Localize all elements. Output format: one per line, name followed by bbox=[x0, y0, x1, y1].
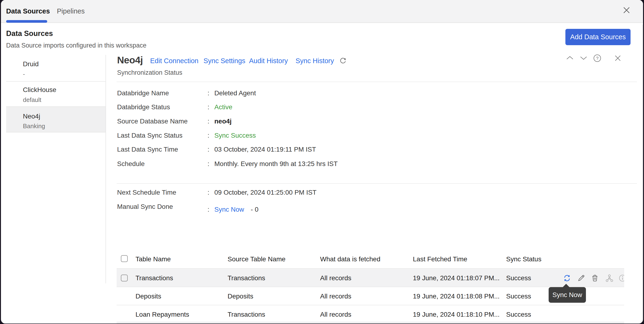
column-header-last-fetched-time: Last Fetched Time bbox=[413, 255, 467, 263]
field-colon: : bbox=[208, 132, 210, 139]
field-label: Source Database Name bbox=[117, 117, 188, 125]
add-data-sources-button[interactable]: Add Data Sources bbox=[566, 29, 630, 45]
datasource-subtitle: - bbox=[23, 70, 25, 78]
sidebar-item-druid[interactable]: Druid- bbox=[6, 56, 106, 81]
datasource-subtitle: default bbox=[23, 96, 41, 104]
cell-source-table-name: Transactions bbox=[228, 311, 265, 318]
tooltip-caret bbox=[562, 284, 570, 287]
row-checkbox[interactable] bbox=[121, 275, 128, 281]
field-colon: : bbox=[208, 189, 210, 196]
datasource-title: Neo4j bbox=[117, 55, 143, 66]
link-sync-history[interactable]: Sync History bbox=[296, 57, 334, 65]
sync-count: - 0 bbox=[251, 206, 258, 213]
field-label: Databridge Name bbox=[117, 89, 169, 97]
section-divider bbox=[116, 82, 637, 82]
field-colon: : bbox=[208, 89, 210, 97]
sidebar-item-clickhouse[interactable]: ClickHousedefault bbox=[6, 81, 106, 106]
field-label: Last Data Sync Status bbox=[117, 132, 182, 139]
table-header-row: Table NameSource Table NameWhat data is … bbox=[116, 248, 624, 268]
column-header-source-table-name: Source Table Name bbox=[228, 255, 286, 263]
close-icon[interactable] bbox=[623, 7, 630, 14]
section-label: Synchronization Status bbox=[117, 69, 182, 76]
table-row-loan-repayments[interactable]: Loan RepaymentsTransactionsAll records19… bbox=[116, 305, 624, 323]
tab-pipelines[interactable]: Pipelines bbox=[57, 0, 85, 23]
cell-sync-status: Success bbox=[506, 274, 531, 282]
link-audit-history[interactable]: Audit History bbox=[249, 57, 288, 65]
cell-last-fetched-time: 19 June, 2024 01:18:10 PM... bbox=[413, 311, 500, 318]
cell-source-table-name: Transactions bbox=[228, 274, 265, 282]
tooltip-label: Sync Now bbox=[552, 291, 582, 299]
field-value: 09 October, 2024 01:25:00 PM IST bbox=[214, 189, 316, 196]
field-label: Schedule bbox=[117, 160, 145, 168]
chevron-up-icon[interactable] bbox=[566, 54, 574, 62]
delete-icon[interactable] bbox=[591, 274, 599, 282]
field-databridge-name: Databridge Name:Deleted Agent bbox=[117, 89, 495, 99]
field-last-data-sync-status: Last Data Sync Status:Sync Success bbox=[117, 132, 495, 141]
table-row-deposits[interactable]: DepositsDepositsAll records19 June, 2024… bbox=[116, 287, 624, 305]
column-header-sync-status: Sync Status bbox=[506, 255, 541, 263]
tables-grid: Table NameSource Table NameWhat data is … bbox=[116, 248, 624, 323]
field-value: Sync Now- 0 bbox=[214, 206, 258, 213]
datasource-subtitle: Banking bbox=[23, 122, 45, 130]
field-colon: : bbox=[208, 206, 210, 213]
cell-last-fetched-time: 19 June, 2024 01:18:07 PM... bbox=[413, 274, 500, 282]
field-colon: : bbox=[208, 117, 210, 125]
field-value: Deleted Agent bbox=[214, 89, 256, 97]
sync-now-link[interactable]: Sync Now bbox=[214, 206, 244, 213]
field-value: Monthly. Every month 9th at 13:25 hrs IS… bbox=[214, 160, 338, 168]
cell-what-data-is-fetched: All records bbox=[320, 274, 351, 282]
refresh-icon[interactable] bbox=[339, 57, 346, 65]
cell-sync-status: Success bbox=[506, 311, 531, 318]
cell-table-name: Deposits bbox=[136, 292, 161, 300]
field-value: Sync Success bbox=[214, 132, 256, 139]
tab-data-sources[interactable]: Data Sources bbox=[6, 0, 50, 23]
field-source-database-name: Source Database Name:neo4j bbox=[117, 117, 495, 127]
datasource-name: Neo4j bbox=[23, 113, 40, 120]
tab-bar: Data Sources Pipelines bbox=[1, 0, 643, 23]
field-label: Manual Sync Done bbox=[117, 203, 173, 211]
svg-text:?: ? bbox=[596, 56, 599, 61]
page-subtitle: Data Source imports configured in this w… bbox=[6, 42, 146, 49]
datasource-name: ClickHouse bbox=[23, 86, 56, 94]
edit-icon[interactable] bbox=[578, 274, 585, 282]
scrollbar[interactable] bbox=[642, 25, 643, 321]
sync-now-tooltip: Sync Now bbox=[549, 287, 586, 303]
field-value: 03 October, 2024 01:19:11 PM IST bbox=[214, 146, 316, 153]
field-label: Databridge Status bbox=[117, 103, 170, 111]
info-icon[interactable] bbox=[619, 274, 624, 282]
cell-last-fetched-time: 19 June, 2024 01:18:08 PM... bbox=[413, 292, 500, 300]
data-sources-dialog: Data Sources Pipelines Data Sources Data… bbox=[1, 0, 643, 323]
field-colon: : bbox=[208, 146, 210, 153]
select-all-checkbox[interactable] bbox=[121, 255, 128, 262]
schema-icon[interactable] bbox=[606, 274, 613, 282]
table-row-transactions[interactable]: TransactionsTransactionsAll records19 Ju… bbox=[116, 268, 624, 287]
link-sync-settings[interactable]: Sync Settings bbox=[204, 57, 245, 65]
field-value: neo4j bbox=[214, 117, 232, 125]
field-last-data-sync-time: Last Data Sync Time:03 October, 2024 01:… bbox=[117, 146, 495, 155]
datasource-name: Druid bbox=[23, 60, 39, 68]
link-edit-connection[interactable]: Edit Connection bbox=[150, 57, 198, 65]
field-label: Last Data Sync Time bbox=[117, 146, 178, 153]
column-header-what-data-is-fetched: What data is fetched bbox=[320, 255, 380, 263]
cell-source-table-name: Deposits bbox=[228, 292, 253, 300]
field-databridge-status: Databridge Status:Active bbox=[117, 103, 495, 113]
help-icon[interactable]: ? bbox=[593, 54, 601, 62]
cell-what-data-is-fetched: All records bbox=[320, 292, 351, 300]
cell-what-data-is-fetched: All records bbox=[320, 311, 351, 318]
field-colon: : bbox=[208, 160, 210, 168]
cell-table-name: Loan Repayments bbox=[136, 311, 189, 318]
sync-icon[interactable] bbox=[563, 274, 571, 282]
sidebar-item-neo4j[interactable]: Neo4jBanking bbox=[6, 106, 106, 132]
page-title: Data Sources bbox=[6, 29, 53, 38]
close-panel-icon[interactable] bbox=[614, 54, 622, 62]
field-schedule: Schedule:Monthly. Every month 9th at 13:… bbox=[117, 160, 495, 170]
cell-table-name: Transactions bbox=[136, 274, 173, 282]
chevron-down-icon[interactable] bbox=[580, 54, 588, 62]
field-next-schedule-time: Next Schedule Time:09 October, 2024 01:2… bbox=[117, 189, 495, 198]
cell-sync-status: Success bbox=[506, 292, 531, 300]
field-label: Next Schedule Time bbox=[117, 189, 176, 196]
field-value: Active bbox=[214, 103, 232, 111]
field-manual-sync-done: Manual Sync Done:Sync Now- 0 bbox=[117, 203, 495, 212]
column-header-table-name: Table Name bbox=[136, 255, 171, 263]
active-tab-underline bbox=[6, 20, 47, 23]
